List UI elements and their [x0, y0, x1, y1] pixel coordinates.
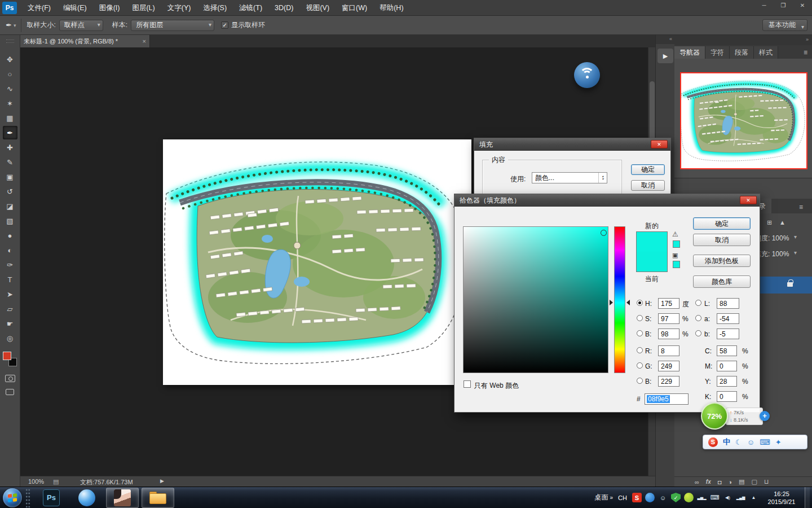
a-radio[interactable] — [695, 315, 701, 321]
tab-close-icon[interactable]: × — [143, 38, 146, 45]
wifi-overlay-icon[interactable] — [574, 62, 600, 88]
menu-item-window[interactable]: 窗口(W) — [336, 0, 373, 16]
picker-ok-button[interactable]: 确定 — [693, 217, 751, 230]
menu-item-select[interactable]: 选择(S) — [197, 0, 233, 16]
tray-expand-icon[interactable]: ▲ — [749, 493, 758, 502]
show-desktop-button[interactable] — [805, 487, 810, 508]
r-input[interactable]: 8 — [658, 345, 679, 356]
fill-caret-icon[interactable]: ▾ — [794, 249, 797, 256]
workspace-switcher[interactable]: 基本功能 ▾ — [762, 19, 807, 31]
blur-tool[interactable]: ● — [3, 229, 17, 242]
stats-tray-icon[interactable]: ▃▅▂ — [697, 493, 707, 502]
healing-brush-tool[interactable]: ✚ — [3, 141, 17, 154]
eyedropper-tool[interactable]: ✒ — [3, 126, 17, 139]
security-shield-tray-icon[interactable]: ✓ — [671, 493, 681, 502]
show-ring-checkbox[interactable]: ✓ — [221, 21, 228, 29]
new-layer-icon[interactable]: ▢ — [751, 478, 757, 485]
dock-header[interactable]: » — [674, 35, 812, 45]
menu-item-file[interactable]: 文件(F) — [21, 0, 57, 16]
tools-panel-grip[interactable] — [6, 40, 14, 43]
lab-b-input[interactable]: -5 — [717, 329, 739, 339]
clone-stamp-tool[interactable]: ▣ — [3, 170, 17, 183]
taskbar-browser-button[interactable] — [70, 488, 103, 508]
eraser-tool[interactable]: ◪ — [3, 199, 17, 213]
foreground-color-swatch[interactable] — [3, 352, 11, 360]
navigator-view-box[interactable] — [680, 72, 807, 169]
web-safe-swatch[interactable] — [673, 261, 680, 268]
close-button[interactable]: ✕ — [793, 0, 812, 11]
language-indicator[interactable]: CH — [616, 494, 629, 501]
delete-layer-icon[interactable]: ⊔ — [764, 478, 769, 485]
dock-collapse-handle[interactable]: « — [656, 35, 674, 44]
tab-styles[interactable]: 样式 — [754, 46, 778, 59]
gamut-safe-swatch[interactable] — [673, 240, 680, 248]
collapsed-panel-icon[interactable]: ▶ — [657, 49, 673, 63]
taskbar-grip[interactable] — [25, 488, 30, 507]
r-radio[interactable] — [637, 347, 643, 353]
s-input[interactable]: 97 — [658, 313, 679, 324]
picker-cancel-button[interactable]: 取消 — [693, 234, 751, 246]
ime-toolbox-icon[interactable]: ✦ — [775, 438, 782, 446]
shape-tool[interactable]: ▱ — [3, 302, 17, 316]
rgb-b-radio[interactable] — [637, 378, 643, 384]
quick-mask-button[interactable] — [5, 375, 15, 382]
tab-navigator[interactable]: 导航器 — [674, 46, 705, 59]
menu-item-3d[interactable]: 3D(D) — [268, 0, 299, 16]
menu-item-edit[interactable]: 编辑(E) — [57, 0, 93, 16]
desktop-toolbar[interactable]: 桌面 » — [595, 493, 614, 502]
current-color-swatch[interactable] — [637, 252, 667, 271]
h-input[interactable]: 175 — [658, 298, 679, 309]
move-tool[interactable]: ✥ — [3, 52, 17, 66]
taskbar-image-viewer-button[interactable] — [106, 488, 139, 508]
add-to-swatches-button[interactable]: 添加到色板 — [693, 255, 751, 267]
g-input[interactable]: 249 — [658, 361, 679, 371]
restore-button[interactable]: ❐ — [774, 0, 793, 11]
panel-menu-icon[interactable]: ≡ — [799, 201, 803, 213]
picker-titlebar[interactable]: 拾色器（填充颜色） ✕ — [454, 194, 760, 207]
layer-group-icon[interactable]: ▤ — [739, 478, 744, 485]
gradient-tool[interactable]: ▧ — [3, 214, 17, 227]
type-tool[interactable]: T — [3, 273, 17, 286]
k-input[interactable]: 0 — [717, 391, 737, 402]
m-input[interactable]: 0 — [717, 361, 737, 371]
web-safe-cube-icon[interactable]: ▣ — [672, 252, 678, 259]
fill-ok-button[interactable]: 确定 — [631, 164, 665, 175]
use-dropdown[interactable]: 颜色... ▴▾ — [532, 172, 607, 183]
l-radio[interactable] — [695, 300, 701, 306]
g-radio[interactable] — [637, 362, 643, 369]
gamut-warning-icon[interactable]: ⚠ — [672, 230, 678, 238]
sample-size-dropdown[interactable]: 取样点 ▾ — [59, 20, 103, 31]
menu-item-view[interactable]: 视图(V) — [299, 0, 336, 16]
layer-effects-icon[interactable]: fx — [706, 479, 711, 485]
start-button[interactable] — [3, 488, 22, 507]
y-input[interactable]: 28 — [717, 376, 737, 387]
s-radio[interactable] — [637, 315, 643, 321]
zoom-level[interactable]: 100% — [28, 478, 44, 485]
link-layers-icon[interactable]: ∞ — [695, 479, 699, 485]
hand-tool[interactable]: ☛ — [3, 317, 17, 330]
document-tab[interactable]: 未标题-1 @ 100% (背景, RGB/8) * × — [20, 35, 150, 47]
menu-item-image[interactable]: 图像(I) — [93, 0, 126, 16]
color-field-marker[interactable] — [601, 230, 607, 236]
keyboard-tray-icon[interactable]: ⌨ — [710, 493, 720, 502]
ime-skin-icon[interactable]: ☾ — [735, 438, 742, 446]
history-brush-tool[interactable]: ↺ — [3, 185, 17, 198]
menu-item-help[interactable]: 帮助(H) — [373, 0, 409, 16]
screen-mode-button[interactable] — [6, 389, 14, 395]
fill-dialog-titlebar[interactable]: 填充 ✕ — [474, 138, 670, 151]
browser-tray-icon[interactable] — [645, 493, 655, 502]
menu-item-type[interactable]: 文字(Y) — [161, 0, 197, 16]
crop-tool[interactable]: ▦ — [3, 111, 17, 125]
adjustment-layer-icon[interactable]: ◑ — [728, 479, 732, 485]
accelerate-button[interactable]: + — [760, 411, 770, 421]
lock-position-icon[interactable]: ⊞ — [767, 219, 772, 226]
tab-character[interactable]: 字符 — [705, 46, 730, 59]
marquee-tool[interactable]: ○ — [3, 67, 17, 81]
safety-ball-tray-icon[interactable] — [684, 493, 694, 502]
h-radio[interactable] — [637, 300, 643, 306]
navigator-thumbnail[interactable] — [680, 72, 807, 169]
sogou-logo-icon[interactable]: S — [708, 437, 718, 447]
color-libraries-button[interactable]: 颜色库 — [693, 275, 751, 288]
sample-dropdown[interactable]: 所有图层 ▾ — [131, 20, 214, 31]
c-input[interactable]: 58 — [717, 345, 737, 356]
